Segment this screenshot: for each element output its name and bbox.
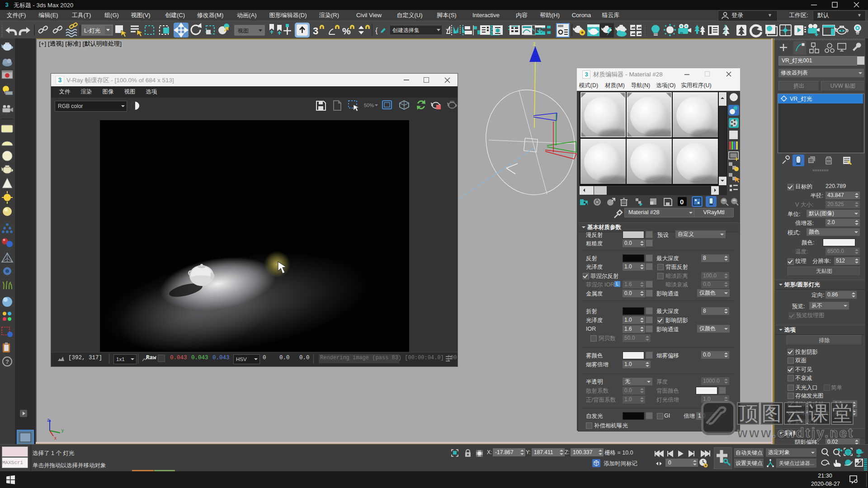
svg-text:x: x [54, 436, 57, 441]
svg-text:%: % [342, 26, 351, 36]
svg-text:{: { [375, 26, 378, 35]
svg-text:3: 3 [313, 25, 318, 37]
svg-text:z: z [47, 418, 49, 422]
svg-text:?: ? [5, 358, 9, 365]
svg-text:z: z [533, 41, 536, 47]
svg-text:y: y [61, 428, 64, 433]
svg-text:创建选择集: 创建选择集 [392, 27, 420, 33]
svg-text:50%: 50% [364, 103, 374, 108]
svg-text:视图: 视图 [237, 28, 249, 34]
svg-text:0: 0 [680, 198, 684, 206]
svg-text:L-灯光: L-灯光 [84, 28, 101, 34]
